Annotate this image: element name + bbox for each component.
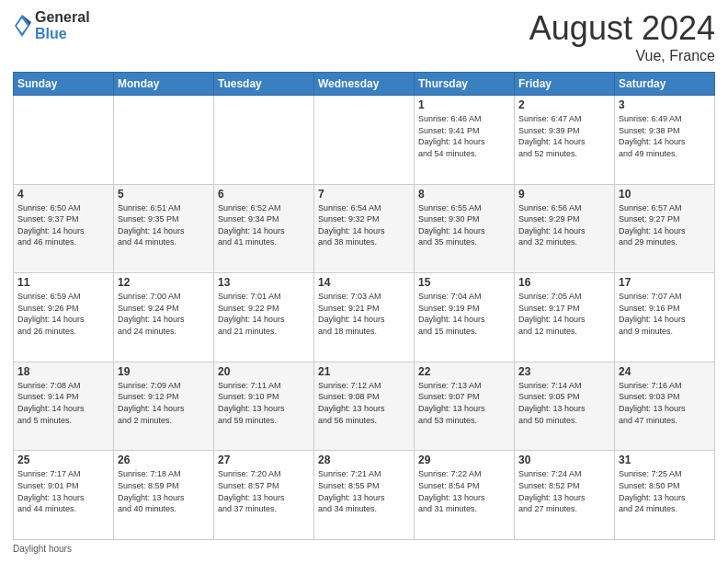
logo-blue: Blue <box>35 26 90 42</box>
calendar-cell <box>14 96 114 185</box>
day-info: Sunrise: 7:01 AM Sunset: 9:22 PM Dayligh… <box>218 291 310 337</box>
day-info: Sunrise: 6:52 AM Sunset: 9:34 PM Dayligh… <box>218 202 310 248</box>
day-number: 18 <box>17 365 109 378</box>
logo-icon <box>13 13 31 39</box>
day-number: 14 <box>318 276 410 289</box>
calendar-cell: 19Sunrise: 7:09 AM Sunset: 9:12 PM Dayli… <box>114 362 214 451</box>
calendar-cell: 9Sunrise: 6:56 AM Sunset: 9:29 PM Daylig… <box>515 184 615 273</box>
daylight-label: Daylight hours <box>13 544 72 554</box>
day-header-wednesday: Wednesday <box>314 73 415 96</box>
day-info: Sunrise: 7:12 AM Sunset: 9:08 PM Dayligh… <box>318 380 410 426</box>
day-number: 10 <box>619 188 711 201</box>
day-info: Sunrise: 6:46 AM Sunset: 9:41 PM Dayligh… <box>418 113 510 159</box>
footer: Daylight hours <box>13 544 715 554</box>
day-number: 11 <box>17 276 109 289</box>
day-number: 8 <box>418 188 510 201</box>
logo: General Blue <box>13 9 90 42</box>
calendar-week-2: 4Sunrise: 6:50 AM Sunset: 9:37 PM Daylig… <box>14 184 715 273</box>
calendar-cell <box>314 96 415 185</box>
day-number: 4 <box>17 188 109 201</box>
day-number: 13 <box>218 276 310 289</box>
day-number: 9 <box>518 188 610 201</box>
day-info: Sunrise: 7:03 AM Sunset: 9:21 PM Dayligh… <box>318 291 410 337</box>
calendar-week-1: 1Sunrise: 6:46 AM Sunset: 9:41 PM Daylig… <box>14 96 715 185</box>
day-number: 31 <box>619 454 711 466</box>
day-header-friday: Friday <box>515 73 615 96</box>
calendar-cell: 4Sunrise: 6:50 AM Sunset: 9:37 PM Daylig… <box>14 184 114 273</box>
day-number: 3 <box>619 98 711 111</box>
calendar-header-row: SundayMondayTuesdayWednesdayThursdayFrid… <box>14 73 715 96</box>
calendar-cell: 24Sunrise: 7:16 AM Sunset: 9:03 PM Dayli… <box>615 362 715 451</box>
calendar-cell: 14Sunrise: 7:03 AM Sunset: 9:21 PM Dayli… <box>314 273 415 362</box>
day-info: Sunrise: 6:49 AM Sunset: 9:38 PM Dayligh… <box>619 113 711 159</box>
day-info: Sunrise: 7:13 AM Sunset: 9:07 PM Dayligh… <box>418 380 510 426</box>
day-info: Sunrise: 7:07 AM Sunset: 9:16 PM Dayligh… <box>619 291 711 337</box>
calendar-week-5: 25Sunrise: 7:17 AM Sunset: 9:01 PM Dayli… <box>14 451 715 540</box>
day-number: 27 <box>218 454 310 466</box>
page-header: General Blue August 2024 Vue, France <box>13 9 715 64</box>
day-info: Sunrise: 7:16 AM Sunset: 9:03 PM Dayligh… <box>619 380 711 426</box>
day-number: 17 <box>619 276 711 289</box>
day-info: Sunrise: 7:14 AM Sunset: 9:05 PM Dayligh… <box>518 380 610 426</box>
day-info: Sunrise: 7:25 AM Sunset: 8:50 PM Dayligh… <box>619 468 711 514</box>
day-info: Sunrise: 7:18 AM Sunset: 8:59 PM Dayligh… <box>118 468 210 514</box>
calendar-week-4: 18Sunrise: 7:08 AM Sunset: 9:14 PM Dayli… <box>14 362 715 451</box>
calendar-cell: 5Sunrise: 6:51 AM Sunset: 9:35 PM Daylig… <box>114 184 214 273</box>
calendar-week-3: 11Sunrise: 6:59 AM Sunset: 9:26 PM Dayli… <box>14 273 715 362</box>
day-number: 26 <box>118 454 210 466</box>
day-info: Sunrise: 7:08 AM Sunset: 9:14 PM Dayligh… <box>17 380 109 426</box>
calendar-table: SundayMondayTuesdayWednesdayThursdayFrid… <box>13 72 715 540</box>
day-info: Sunrise: 6:47 AM Sunset: 9:39 PM Dayligh… <box>518 113 610 159</box>
day-info: Sunrise: 7:00 AM Sunset: 9:24 PM Dayligh… <box>118 291 210 337</box>
calendar-cell: 11Sunrise: 6:59 AM Sunset: 9:26 PM Dayli… <box>14 273 114 362</box>
day-info: Sunrise: 7:05 AM Sunset: 9:17 PM Dayligh… <box>518 291 610 337</box>
day-info: Sunrise: 7:04 AM Sunset: 9:19 PM Dayligh… <box>418 291 510 337</box>
calendar-cell: 1Sunrise: 6:46 AM Sunset: 9:41 PM Daylig… <box>415 96 515 185</box>
day-info: Sunrise: 6:55 AM Sunset: 9:30 PM Dayligh… <box>418 202 510 248</box>
day-info: Sunrise: 7:20 AM Sunset: 8:57 PM Dayligh… <box>218 468 310 514</box>
calendar-cell: 23Sunrise: 7:14 AM Sunset: 9:05 PM Dayli… <box>515 362 615 451</box>
calendar-cell: 21Sunrise: 7:12 AM Sunset: 9:08 PM Dayli… <box>314 362 415 451</box>
day-header-monday: Monday <box>114 73 214 96</box>
day-number: 6 <box>218 188 310 201</box>
title-block: August 2024 Vue, France <box>529 9 715 64</box>
day-number: 21 <box>318 365 410 378</box>
day-number: 23 <box>518 365 610 378</box>
day-info: Sunrise: 6:54 AM Sunset: 9:32 PM Dayligh… <box>318 202 410 248</box>
day-info: Sunrise: 7:22 AM Sunset: 8:54 PM Dayligh… <box>418 468 510 514</box>
location-label: Vue, France <box>529 48 715 64</box>
day-header-saturday: Saturday <box>615 73 715 96</box>
calendar-cell: 28Sunrise: 7:21 AM Sunset: 8:55 PM Dayli… <box>314 451 415 540</box>
calendar-cell: 17Sunrise: 7:07 AM Sunset: 9:16 PM Dayli… <box>615 273 715 362</box>
calendar-cell: 27Sunrise: 7:20 AM Sunset: 8:57 PM Dayli… <box>214 451 314 540</box>
day-number: 24 <box>619 365 711 378</box>
calendar-cell: 3Sunrise: 6:49 AM Sunset: 9:38 PM Daylig… <box>615 96 715 185</box>
calendar-cell: 30Sunrise: 7:24 AM Sunset: 8:52 PM Dayli… <box>515 451 615 540</box>
day-info: Sunrise: 6:51 AM Sunset: 9:35 PM Dayligh… <box>118 202 210 248</box>
day-number: 1 <box>418 98 510 111</box>
day-number: 5 <box>118 188 210 201</box>
calendar-cell <box>214 96 314 185</box>
calendar-cell: 15Sunrise: 7:04 AM Sunset: 9:19 PM Dayli… <box>415 273 515 362</box>
day-number: 29 <box>418 454 510 466</box>
day-header-sunday: Sunday <box>14 73 114 96</box>
calendar-cell: 31Sunrise: 7:25 AM Sunset: 8:50 PM Dayli… <box>615 451 715 540</box>
day-header-thursday: Thursday <box>415 73 515 96</box>
calendar-cell: 20Sunrise: 7:11 AM Sunset: 9:10 PM Dayli… <box>214 362 314 451</box>
calendar-cell: 13Sunrise: 7:01 AM Sunset: 9:22 PM Dayli… <box>214 273 314 362</box>
calendar-cell: 8Sunrise: 6:55 AM Sunset: 9:30 PM Daylig… <box>415 184 515 273</box>
day-number: 2 <box>518 98 610 111</box>
day-info: Sunrise: 7:21 AM Sunset: 8:55 PM Dayligh… <box>318 468 410 514</box>
day-info: Sunrise: 7:09 AM Sunset: 9:12 PM Dayligh… <box>118 380 210 426</box>
day-info: Sunrise: 7:24 AM Sunset: 8:52 PM Dayligh… <box>518 468 610 514</box>
calendar-cell: 12Sunrise: 7:00 AM Sunset: 9:24 PM Dayli… <box>114 273 214 362</box>
day-info: Sunrise: 6:56 AM Sunset: 9:29 PM Dayligh… <box>518 202 610 248</box>
day-info: Sunrise: 7:17 AM Sunset: 9:01 PM Dayligh… <box>17 468 109 514</box>
calendar-cell: 26Sunrise: 7:18 AM Sunset: 8:59 PM Dayli… <box>114 451 214 540</box>
day-header-tuesday: Tuesday <box>214 73 314 96</box>
calendar-cell: 10Sunrise: 6:57 AM Sunset: 9:27 PM Dayli… <box>615 184 715 273</box>
logo-general: General <box>35 9 90 26</box>
calendar-cell: 22Sunrise: 7:13 AM Sunset: 9:07 PM Dayli… <box>415 362 515 451</box>
calendar-cell: 2Sunrise: 6:47 AM Sunset: 9:39 PM Daylig… <box>515 96 615 185</box>
day-number: 12 <box>118 276 210 289</box>
